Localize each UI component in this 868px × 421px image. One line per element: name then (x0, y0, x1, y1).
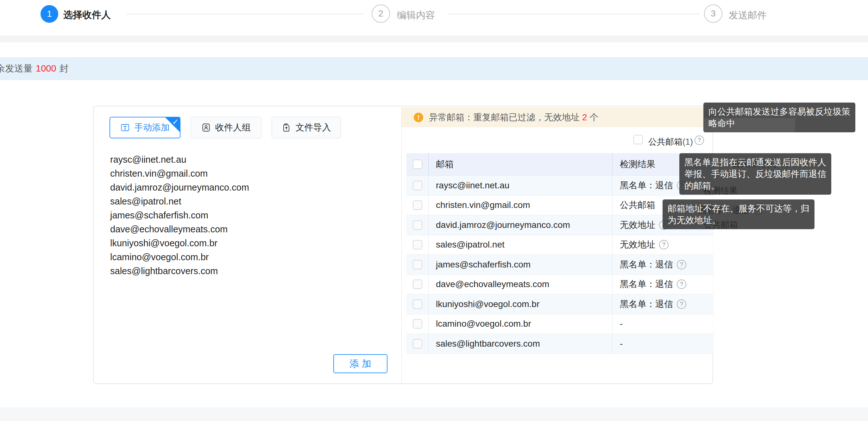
tooltip-line: 向公共邮箱发送过多容易被反垃圾策 (709, 106, 850, 117)
step-2-label[interactable]: 编辑内容 (397, 9, 435, 22)
row-checkbox[interactable] (413, 279, 422, 289)
row-checkbox[interactable] (413, 240, 422, 249)
status-text: 黑名单：退信 (620, 179, 673, 191)
row-checkbox[interactable] (413, 200, 422, 210)
table-header: 邮箱 检测结果 (406, 153, 713, 176)
recipient-line: christen.vin@gmail.com (110, 167, 389, 180)
status-text: - (620, 319, 623, 329)
tab-recipient-group[interactable]: 收件人组 (191, 117, 261, 138)
step-3-label[interactable]: 发送邮件 (729, 9, 767, 22)
row-email: dave@echovalleymeats.com (428, 275, 612, 294)
row-email: lkuniyoshi@voegol.com.br (428, 294, 612, 314)
tooltip-line: 举报、手动退订、反垃圾邮件而退信 (684, 168, 826, 180)
table-row: sales@ipatrol.net 无效地址? (406, 235, 713, 255)
step-1-badge[interactable]: 1 (40, 5, 58, 23)
table-row: lkuniyoshi@voegol.com.br 黑名单：退信? (406, 294, 713, 314)
add-button[interactable]: 添 加 (333, 354, 388, 373)
tooltip-blacklist: 黑名单是指在云邮通发送后因收件人 举报、手动退订、反垃圾邮件而退信 的邮箱。 (679, 153, 831, 195)
tab-file-import[interactable]: 文件导入 (272, 117, 341, 138)
status-text: 黑名单：退信 (620, 278, 673, 290)
question-circle-icon[interactable]: ? (659, 240, 669, 249)
warning-unit: 个 (590, 112, 599, 122)
abnormal-mailbox-warning: ! 异常邮箱：重复邮箱已过滤，无效地址2个 (402, 107, 713, 127)
contact-card-icon (201, 123, 211, 132)
quota-count: 1000 (36, 63, 56, 73)
recipient-line: raysc@iinet.net.au (110, 153, 389, 167)
recipient-line: sales@lightbarcovers.com (110, 264, 389, 278)
row-status: 黑名单：退信? (612, 275, 713, 294)
pane-divider (401, 107, 402, 383)
tab-manual-add[interactable]: 手动添加 ✓ (110, 117, 180, 138)
recipient-line: sales@ipatrol.net (110, 194, 389, 208)
row-checkbox[interactable] (413, 319, 422, 329)
row-email: sales@ipatrol.net (428, 235, 612, 255)
select-all-checkbox[interactable] (413, 159, 422, 169)
warning-text: 异常邮箱：重复邮箱已过滤，无效地址2个 (429, 112, 599, 123)
question-circle-icon[interactable]: ? (694, 136, 704, 145)
quota-notice-bar: 剩余发送量1000封 (0, 57, 868, 80)
warning-message: 异常邮箱：重复邮箱已过滤，无效地址 (429, 112, 580, 122)
tooltip-line: 黑名单是指在云邮通发送后因收件人 (684, 156, 826, 168)
step-3-badge[interactable]: 3 (704, 4, 722, 23)
question-circle-icon[interactable]: ? (677, 299, 686, 309)
public-mailbox-label: 公共邮箱(1) (648, 136, 693, 148)
checkmark-icon: ✓ (172, 118, 179, 126)
row-status: 黑名单：退信? (612, 294, 713, 314)
status-text: 黑名单：退信 (620, 259, 673, 271)
row-email: sales@lightbarcovers.com (428, 334, 612, 354)
text-input-icon (120, 123, 130, 132)
warning-count: 2 (582, 112, 587, 122)
bottom-divider-band (0, 408, 868, 421)
status-text: 无效地址 (620, 219, 655, 231)
tooltip-line: 为无效地址。 (668, 214, 809, 226)
public-mailbox-text: 公共邮箱 (648, 137, 682, 147)
row-status: -? (612, 334, 713, 354)
question-circle-icon[interactable]: ? (677, 260, 686, 269)
top-divider-band (0, 35, 868, 42)
row-checkbox[interactable] (413, 299, 422, 309)
status-text: 无效地址 (620, 239, 655, 251)
step-1-label[interactable]: 选择收件人 (63, 8, 111, 22)
quota-text: 剩余发送量 (0, 63, 33, 73)
detection-result-table: 邮箱 检测结果 raysc@iinet.net.au 黑名单：退信? chris… (406, 153, 713, 354)
bulk-mail-wizard-screen: 1 选择收件人 2 编辑内容 3 发送邮件 剩余发送量1000封 手动添加 ✓ … (0, 0, 868, 421)
row-status: -? (612, 314, 713, 334)
table-row: lcamino@voegol.com.br -? (406, 314, 713, 334)
exclamation-circle-icon: ! (414, 113, 423, 122)
recipients-input[interactable]: raysc@iinet.net.au christen.vin@gmail.co… (110, 153, 389, 278)
tab-file-import-label: 文件导入 (296, 122, 331, 133)
row-checkbox[interactable] (413, 339, 422, 349)
table-row: sales@lightbarcovers.com -? (406, 334, 713, 354)
recipient-selection-card: 手动添加 ✓ 收件人组 文件导入 raysc@iinet.net.au chri… (93, 106, 713, 384)
recipient-line: lcamino@voegol.com.br (110, 250, 389, 264)
step-connector (447, 13, 700, 14)
row-checkbox[interactable] (413, 181, 422, 190)
recipient-line: james@schaferfish.com (110, 208, 389, 222)
row-email: lcamino@voegol.com.br (428, 314, 612, 334)
question-circle-icon[interactable]: ? (677, 279, 686, 289)
tab-manual-add-label: 手动添加 (134, 122, 170, 133)
tooltip-overlap-artifact (704, 118, 795, 132)
row-checkbox[interactable] (413, 220, 422, 230)
table-row: raysc@iinet.net.au 黑名单：退信? (406, 176, 713, 196)
quota-notice-text: 剩余发送量1000封 (0, 62, 69, 75)
public-mailbox-checkbox[interactable] (633, 135, 643, 144)
column-header-email: 邮箱 (428, 153, 612, 175)
row-status: 无效地址? (612, 235, 713, 255)
tooltip-line: 邮箱地址不存在、服务不可达等，归 (668, 203, 809, 214)
recipient-line: dave@echovalleymeats.com (110, 222, 389, 236)
status-text: 黑名单：退信 (620, 298, 673, 310)
table-row: james@schaferfish.com 黑名单：退信? (406, 255, 713, 275)
row-checkbox[interactable] (413, 260, 422, 269)
tooltip-public-mailbox: 向公共邮箱发送过多容易被反垃圾策 略命中 (703, 102, 855, 132)
step-connector (127, 13, 364, 14)
recipient-line: david.jamroz@journeymanco.com (110, 180, 389, 194)
tab-recipient-group-label: 收件人组 (215, 122, 251, 133)
quota-unit: 封 (60, 63, 69, 73)
tooltip-invalid-address: 邮箱地址不存在、服务不可达等，归 为无效地址。 (662, 200, 814, 229)
recipient-line: lkuniyoshi@voegol.com.br (110, 236, 389, 250)
tooltip-line: 的邮箱。 (684, 180, 826, 191)
table-row: dave@echovalleymeats.com 黑名单：退信? (406, 275, 713, 295)
public-mailbox-count: (1) (682, 137, 693, 147)
step-2-badge[interactable]: 2 (372, 4, 390, 23)
